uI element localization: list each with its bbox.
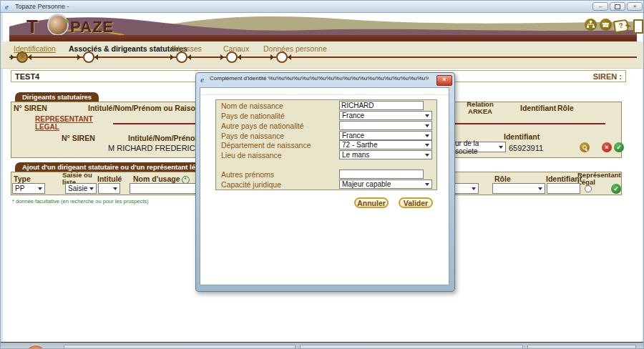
ajout-validate-icon[interactable]: ✓ [611,184,621,194]
col-header-role: Rôle [557,104,574,112]
section-tab-ajout: Ajout d'un dirigeant statutaire ou d'un … [15,162,213,172]
chevron-down-icon [538,187,542,190]
record-name: TEST4 [15,72,39,81]
chevron-down-icon [499,146,503,149]
capacite-select[interactable]: Majeur capable [339,180,432,189]
close-button[interactable]: × [627,2,643,11]
stepper-line [9,56,637,58]
step-circle-adresses[interactable] [176,51,187,63]
annuler-button[interactable]: Annuler [354,197,389,208]
tab-adresses[interactable]: Adresses [170,44,202,53]
ajout-col-intitule: Intitulé [97,174,122,183]
lieu-naissance-select[interactable]: Le mans [339,150,432,159]
validate-icon[interactable]: ✓ [614,142,624,152]
org-chart-icon[interactable] [585,19,597,31]
modal-ie-icon: e [200,75,204,84]
valider-button[interactable]: Valider [399,197,433,208]
chevron-down-icon [425,183,429,186]
stepper-arrow [170,54,174,60]
stepper-arrow [270,54,274,60]
field-label-autre-pays: Autre pays de nationalité [221,122,304,130]
type-select[interactable]: PP [12,183,45,194]
chevron-down-icon [113,187,117,190]
autres-prenoms-input[interactable] [339,169,424,179]
col-header-siren: N° SIREN [14,104,47,112]
stepper-arrow [28,54,31,60]
start-button[interactable] [24,344,47,349]
tab-canaux[interactable]: Canaux [223,44,249,53]
hidden-left-select[interactable] [453,183,479,194]
relation-select[interactable]: ur de la societe [453,142,506,152]
sub-col-identifiant: Identifiant [504,132,540,141]
ajout-col-role: Rôle [494,174,511,183]
tab-donnees-personne[interactable]: Données personne [263,44,327,53]
maroon-divider-bar [9,35,637,41]
representant-legal-radio[interactable] [585,185,592,192]
stepper-arrow [11,54,14,60]
chevron-down-icon [425,134,429,137]
step-circle-associes[interactable] [83,51,94,63]
chevron-down-icon [38,187,42,190]
maximize-button[interactable] [610,2,625,11]
chevron-down-icon [425,144,429,147]
chevron-down-icon [89,187,94,190]
representant-legal-link[interactable]: REPRESENTANT LEGAL [35,115,93,131]
saisie-select[interactable]: Saisie [65,183,97,194]
nom-naissance-input[interactable] [339,101,424,110]
os-taskbar [1,342,644,349]
modal-close-button[interactable]: × [436,75,452,86]
intitule-select[interactable] [98,183,120,194]
stepper-arrow [77,54,81,60]
identifiant-input[interactable] [547,183,580,194]
modal-groove-line [201,94,448,95]
col-header-identifiant: Identifiant [520,104,556,112]
magnifier-icon[interactable] [580,142,590,152]
delete-icon[interactable]: × [602,142,612,152]
chevron-down-icon [425,114,429,117]
minimize-button[interactable]: – [592,2,608,11]
ajout-col-representant: Représentant Légal [577,172,620,185]
logo-letters-paze: PAZE [70,18,114,36]
stepper-arrow [238,54,241,60]
field-label-nom-naissance: Nom de naissance [221,102,283,110]
sub-col-siren: N° SIREN [62,134,95,142]
logout-runner-icon[interactable]: ⌁ [625,20,631,31]
chevron-down-icon [425,154,429,157]
field-label-departement: Département de naissance [221,141,311,149]
dirigeant-identifiant: 65923911 [509,144,543,152]
siren-label: SIREN : [552,72,622,81]
logo-leaf-icon [64,19,69,23]
step-circle-canaux[interactable] [226,51,238,63]
phone-icon[interactable]: ☎ [600,19,612,31]
exit-door-icon[interactable] [633,19,643,34]
modal-title: Complément d'identité %u%u%u%u%u%u%u%u%u… [210,75,429,84]
taskbar-item[interactable] [527,345,636,349]
stepper-arrow [220,54,224,60]
footnote-text: * donnée facultative (en recherche ou po… [12,198,149,205]
taskbar-item[interactable] [300,345,523,349]
application-window: e Topaze Personne - – × T PAZE ☎ ? ⌁ Ide… [0,0,644,349]
field-label-pays-nationalite: Pays de nationalité [221,112,285,120]
autre-pays-select[interactable] [339,121,432,130]
maximize-icon [615,4,620,9]
departement-select[interactable]: 72 - Sarthe [339,140,432,149]
field-label-capacite: Capacité juridique [221,180,281,189]
dirigeant-name: M RICHARD FREDERIC [108,144,195,152]
logo-face-photo [47,14,69,36]
pays-nationalite-select[interactable]: France [339,111,432,120]
step-circle-donnees[interactable] [276,51,288,63]
magnifier-glyph [582,145,587,150]
pays-naissance-select[interactable]: France [339,131,432,140]
stepper-arrow [288,54,291,60]
role-select[interactable] [492,183,545,194]
field-label-pays-naissance: Pays de naissance [221,132,284,140]
chevron-down-icon [472,187,476,190]
taskbar-item[interactable] [64,345,296,349]
field-label-lieu-naissance: Lieu de naissance [221,151,282,159]
ajout-col-identifiant: Identifiant [546,174,582,183]
stepper-arrow [187,54,191,60]
org-chart-glyph [587,21,595,29]
window-titlebar [1,1,644,13]
field-label-autres-prenoms: Autres prénoms [221,170,274,179]
step-circle-identification[interactable] [16,51,28,63]
